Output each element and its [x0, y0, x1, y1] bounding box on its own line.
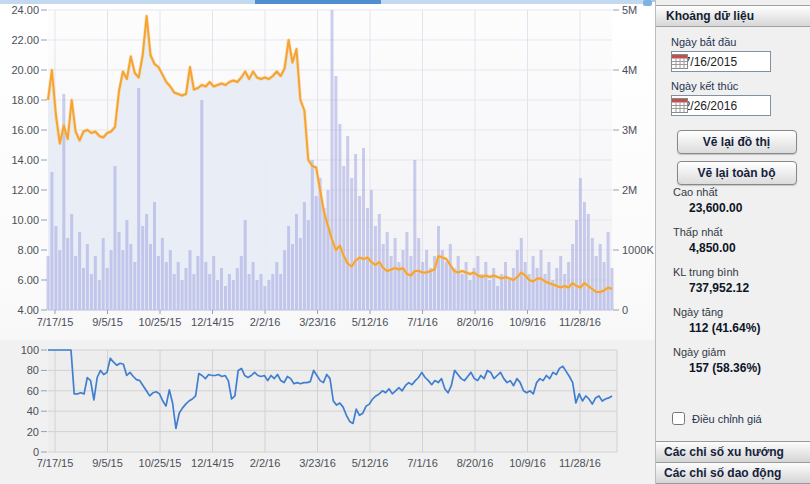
svg-text:1000K: 1000K [622, 244, 654, 256]
stat-value: 4,850.00 [689, 241, 761, 255]
svg-text:2/2/16: 2/2/16 [250, 457, 281, 469]
svg-text:20: 20 [27, 426, 39, 438]
svg-text:8/20/16: 8/20/16 [457, 316, 494, 328]
svg-text:20.00: 20.00 [11, 64, 39, 76]
adjust-price-checkbox[interactable] [672, 412, 685, 425]
svg-text:12/14/15: 12/14/15 [191, 316, 234, 328]
svg-text:80: 80 [27, 364, 39, 376]
calendar-icon[interactable] [776, 54, 793, 69]
stat-label: Ngày giảm [673, 346, 761, 358]
calendar-icon[interactable] [776, 98, 793, 113]
stat-lowest: Thấp nhất 4,850.00 [673, 226, 761, 255]
oscillator-chart[interactable]: 1008060402007/17/159/5/1510/25/1512/14/1… [0, 340, 655, 484]
svg-text:5/12/16: 5/12/16 [352, 316, 389, 328]
svg-text:9/5/15: 9/5/15 [92, 457, 123, 469]
date-range-fields: Ngày bắt đầu Ngày kết thúc [671, 28, 802, 185]
stat-label: Cao nhất [673, 186, 761, 198]
svg-text:18.00: 18.00 [11, 94, 39, 106]
svg-text:3/23/16: 3/23/16 [299, 457, 336, 469]
svg-text:3/23/16: 3/23/16 [299, 316, 336, 328]
stat-value: 23,600.00 [689, 201, 761, 215]
redraw-chart-button[interactable]: Vẽ lại đồ thị [677, 130, 797, 154]
data-range-panel-title: Khoảng dữ liệu [656, 5, 810, 27]
stat-label: KL trung bình [673, 266, 761, 278]
svg-text:10/9/16: 10/9/16 [509, 457, 546, 469]
svg-text:4M: 4M [622, 64, 637, 76]
svg-text:7/1/16: 7/1/16 [407, 316, 438, 328]
stock-chart-page: 24.0022.0020.0018.0016.0014.0012.0010.00… [0, 0, 810, 484]
svg-text:11/28/16: 11/28/16 [559, 457, 601, 469]
stat-down-days: Ngày giảm 157 (58.36%) [673, 346, 761, 375]
svg-text:9/5/15: 9/5/15 [92, 316, 123, 328]
svg-text:10/9/16: 10/9/16 [509, 316, 546, 328]
svg-text:8/20/16: 8/20/16 [457, 457, 494, 469]
adjust-price-label: Điều chỉnh giá [692, 413, 762, 425]
svg-text:14.00: 14.00 [11, 154, 39, 166]
stat-value: 112 (41.64%) [689, 321, 761, 335]
svg-text:7/1/16: 7/1/16 [407, 457, 438, 469]
main-price-volume-chart[interactable]: 24.0022.0020.0018.0016.0014.0012.0010.00… [0, 0, 655, 340]
stat-average-volume: KL trung bình 737,952.12 [673, 266, 761, 295]
svg-text:8.00: 8.00 [18, 244, 39, 256]
stat-highest: Cao nhất 23,600.00 [673, 186, 761, 215]
svg-text:7/17/15: 7/17/15 [37, 316, 74, 328]
svg-text:40: 40 [27, 405, 39, 417]
end-date-label: Ngày kết thúc [671, 80, 802, 92]
svg-text:3M: 3M [622, 124, 637, 136]
trend-indicators-accordion[interactable]: Các chỉ số xu hướng [656, 441, 810, 462]
svg-text:24.00: 24.00 [11, 4, 39, 16]
svg-text:6.00: 6.00 [18, 274, 39, 286]
start-date-label: Ngày bắt đầu [671, 36, 802, 48]
svg-text:12/14/15: 12/14/15 [191, 457, 234, 469]
redraw-all-button[interactable]: Vẽ lại toàn bộ [677, 161, 797, 185]
svg-text:10.00: 10.00 [11, 214, 39, 226]
svg-text:5M: 5M [622, 4, 637, 16]
svg-text:5/12/16: 5/12/16 [352, 457, 389, 469]
stat-label: Thấp nhất [673, 226, 761, 238]
stat-up-days: Ngày tăng 112 (41.64%) [673, 306, 761, 335]
svg-text:16.00: 16.00 [11, 124, 39, 136]
adjust-price-row: Điều chỉnh giá [672, 412, 762, 425]
svg-text:22.00: 22.00 [11, 34, 39, 46]
statistics-list: Cao nhất 23,600.00 Thấp nhất 4,850.00 KL… [673, 186, 761, 386]
stat-label: Ngày tăng [673, 306, 761, 318]
stat-value: 157 (58.36%) [689, 361, 761, 375]
svg-text:7/17/15: 7/17/15 [37, 457, 74, 469]
oscillator-indicators-accordion[interactable]: Các chỉ số dao động [656, 462, 810, 484]
svg-text:2/2/16: 2/2/16 [250, 316, 281, 328]
stat-value: 737,952.12 [689, 281, 761, 295]
svg-text:10/25/15: 10/25/15 [139, 316, 182, 328]
sidebar: Khoảng dữ liệu Ngày bắt đầu Ngày kết thú… [655, 0, 810, 484]
svg-text:10/25/15: 10/25/15 [139, 457, 182, 469]
svg-text:4.00: 4.00 [18, 304, 39, 316]
svg-text:0: 0 [622, 304, 628, 316]
svg-text:60: 60 [27, 385, 39, 397]
svg-text:100: 100 [21, 344, 39, 356]
svg-text:12.00: 12.00 [11, 184, 39, 196]
svg-text:11/28/16: 11/28/16 [559, 316, 601, 328]
svg-text:2M: 2M [622, 184, 637, 196]
